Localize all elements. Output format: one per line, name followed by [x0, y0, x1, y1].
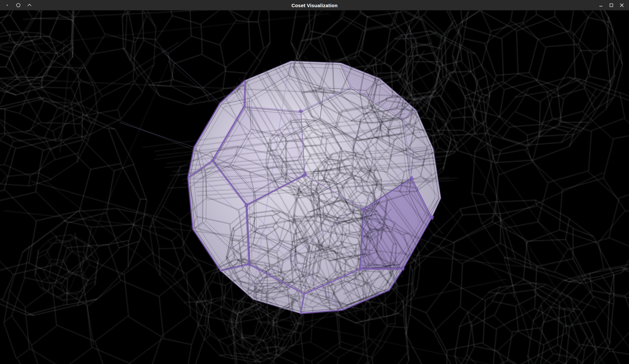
circle-icon[interactable]: [14, 1, 22, 9]
chevron-up-icon[interactable]: [26, 1, 33, 9]
window-title: Coset Visualization: [291, 2, 337, 8]
maximize-button[interactable]: [607, 1, 615, 9]
titlebar: Coset Visualization: [0, 0, 629, 10]
app-window: Coset Visualization: [0, 0, 629, 364]
minimize-button[interactable]: [597, 1, 605, 9]
visualization-canvas[interactable]: [0, 10, 629, 364]
app-dot-icon[interactable]: [3, 1, 11, 9]
titlebar-left-icons: [0, 1, 33, 9]
window-controls: [597, 1, 629, 9]
close-button[interactable]: [618, 1, 626, 9]
